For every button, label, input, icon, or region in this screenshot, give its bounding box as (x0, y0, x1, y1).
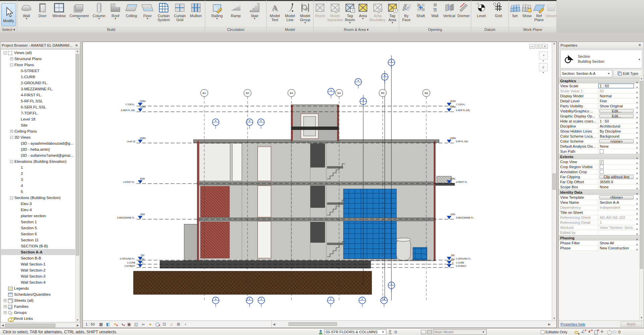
expand-toggle-icon[interactable]: + (4, 305, 7, 308)
editable-only-checkbox[interactable] (541, 330, 544, 334)
expand-toggle-icon[interactable]: - (10, 196, 13, 199)
close-icon[interactable]: ✕ (74, 43, 79, 48)
property-value[interactable] (598, 159, 635, 164)
sun-path-icon[interactable]: ☀ (112, 321, 118, 327)
tree-item[interactable]: Wall Section-1 (1, 261, 79, 267)
section-head-marker[interactable] (355, 79, 362, 89)
property-value[interactable]: <none> (599, 139, 634, 143)
property-value[interactable]: Section A-A (598, 200, 635, 205)
temporary-hide-isolate-icon[interactable]: ∞ (140, 321, 147, 327)
analytical-model-icon[interactable]: ⌂ (168, 321, 175, 327)
tree-item[interactable]: Revit Links (1, 316, 79, 322)
tree-item[interactable]: Section 1 (1, 219, 79, 225)
select-underlay-icon[interactable] (581, 330, 586, 335)
expand-toggle-icon[interactable] (16, 166, 19, 169)
model-group-button[interactable]: Model Group ▼ (298, 2, 312, 25)
tree-item[interactable]: + Groups (1, 309, 79, 316)
stair-button[interactable]: Stair ▼ (248, 2, 262, 20)
expand-toggle-icon[interactable] (16, 257, 19, 260)
tree-item[interactable]: Schedules/Quantities (1, 291, 79, 297)
property-value[interactable]: None (598, 185, 635, 189)
properties-vertical-scrollbar[interactable]: ▲ ▼ (639, 77, 643, 320)
tree-item[interactable]: + Ceiling Plans (1, 128, 79, 134)
reveal-constraints-icon[interactable]: ⊞ (175, 321, 182, 327)
room-button[interactable]: Room (314, 2, 327, 20)
steering-wheel-icon[interactable]: ◔ (539, 51, 548, 59)
select-pinned-icon[interactable] (587, 330, 592, 335)
type-selector[interactable]: Section Building Section ▼ (560, 50, 642, 68)
expand-toggle-icon[interactable] (16, 148, 19, 151)
select-panel-label[interactable]: Select ▾ (0, 27, 17, 33)
panel-label-room-area[interactable]: Room & Area ▾ (314, 27, 399, 33)
door-button[interactable]: Door (36, 2, 50, 20)
shadows-icon[interactable]: ◑ (119, 321, 125, 327)
expand-toggle-icon[interactable] (16, 202, 19, 205)
tree-item[interactable]: 3-MEZZANINE FL. (1, 86, 79, 92)
tree-item[interactable]: + Sheets (all) (1, 297, 79, 303)
property-value[interactable]: By Discipline (598, 129, 635, 134)
expand-toggle-icon[interactable] (16, 275, 19, 278)
project-browser-titlebar[interactable]: Project Browser - AMANET EL DAMMAM... ✕ (0, 42, 80, 49)
shaft-button[interactable]: Shaft (414, 2, 428, 20)
expand-toggle-icon[interactable] (16, 281, 19, 284)
curtain-system-button[interactable]: Curtain System (157, 2, 171, 25)
property-value[interactable] (597, 154, 635, 159)
tree-item[interactable]: {3D - sultanmo7amed@gmai... (1, 152, 79, 158)
expand-toggle-icon[interactable] (4, 317, 7, 320)
expand-toggle-icon[interactable] (16, 82, 19, 85)
tree-item[interactable]: Section 11 (1, 237, 79, 243)
expand-toggle-icon[interactable] (16, 69, 19, 73)
expand-toggle-icon[interactable]: + (4, 299, 7, 302)
expand-toggle-icon[interactable] (16, 94, 19, 97)
property-value[interactable]: <None> (599, 195, 634, 199)
steering-wheel-dropdown[interactable]: ▼ (539, 60, 548, 63)
property-value[interactable]: Background (598, 134, 635, 139)
view-scale-button[interactable]: 1 : 50 (83, 322, 98, 326)
expand-toggle-icon[interactable] (16, 214, 19, 218)
tree-item[interactable]: Section 6 (1, 231, 79, 237)
property-value[interactable]: Normal (598, 94, 635, 98)
reveal-hidden-elements-icon[interactable]: ● (147, 321, 154, 327)
expand-toggle-icon[interactable] (16, 76, 19, 79)
visual-style-icon[interactable]: ◧ (105, 321, 111, 327)
expand-toggle-icon[interactable] (16, 88, 19, 91)
property-value[interactable]: 50 (598, 89, 635, 93)
property-value[interactable] (598, 170, 635, 174)
expand-toggle-icon[interactable] (16, 178, 19, 181)
property-value[interactable]: Architectural (598, 124, 635, 129)
active-workset-select[interactable]: 03-STR FLOORS & COLUMNS ▼ (324, 329, 386, 335)
expand-toggle-icon[interactable]: - (10, 63, 13, 66)
property-value[interactable] (598, 230, 635, 235)
section-head-marker[interactable] (246, 297, 253, 307)
property-value[interactable]: None (598, 144, 635, 149)
tree-item[interactable]: - 3D Views (1, 134, 79, 140)
expand-toggle-icon[interactable]: + (4, 311, 7, 314)
expand-toggle-icon[interactable] (4, 287, 7, 290)
expand-toggle-icon[interactable] (16, 142, 19, 145)
filter-icon[interactable] (612, 331, 616, 333)
expand-toggle-icon[interactable]: - (10, 160, 13, 163)
property-value[interactable]: Show Original (598, 104, 635, 108)
vcb-collapse-icon[interactable]: ‹ (182, 321, 189, 327)
property-value[interactable]: Fine (598, 99, 635, 103)
drawing-area[interactable]: B1 B2 B3 B4 B5 (83, 42, 557, 328)
tree-item[interactable]: - Views (all) (1, 50, 79, 56)
design-options-icon[interactable] (421, 330, 426, 334)
apply-button[interactable]: Apply (621, 321, 642, 327)
tree-item[interactable]: - Floor Plans (1, 62, 79, 68)
section-head-marker[interactable] (359, 297, 366, 307)
tree-item[interactable]: Wall Section-3 (1, 273, 79, 279)
design-option-select[interactable]: Main Model ▼ (433, 329, 487, 335)
modify-button[interactable]: Modify (1, 3, 16, 26)
expand-toggle-icon[interactable] (16, 269, 19, 272)
expand-toggle-icon[interactable]: - (4, 51, 7, 54)
tag-room-button[interactable]: Tag Room ▼ (343, 2, 357, 25)
section-head-marker[interactable] (212, 119, 219, 129)
expand-toggle-icon[interactable] (16, 172, 19, 175)
expand-toggle-icon[interactable] (16, 184, 19, 187)
by-face-button[interactable]: By Face (399, 2, 414, 25)
section-head-marker[interactable] (381, 297, 387, 307)
zoom-dropdown[interactable]: ▼ (539, 71, 548, 75)
tree-item[interactable]: {3D - ayaahmedabouzaid@g... (1, 140, 79, 146)
property-value[interactable] (597, 236, 635, 240)
